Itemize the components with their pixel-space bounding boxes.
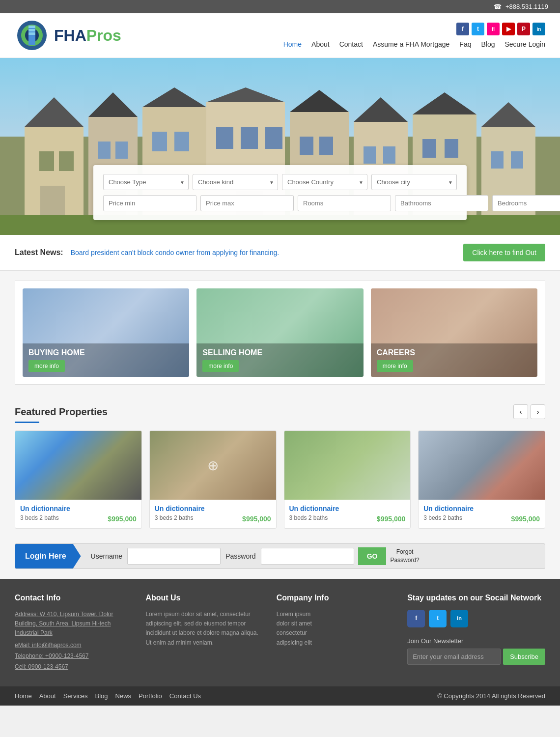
- password-input[interactable]: [261, 548, 354, 565]
- selling-more-info-button[interactable]: more info: [202, 360, 239, 372]
- bedrooms-input[interactable]: [492, 195, 560, 211]
- nav-about[interactable]: About: [311, 40, 330, 48]
- svg-rect-4: [28, 26, 35, 28]
- property-name: Un dictionnaire: [20, 505, 137, 512]
- property-price: $995,000: [511, 515, 540, 523]
- selling-title: SELLING HOME: [202, 348, 357, 357]
- nav-blog[interactable]: Blog: [481, 40, 495, 48]
- contact-title: Contact Info: [15, 594, 131, 602]
- subscribe-button[interactable]: Subscribe: [503, 649, 545, 665]
- property-card: Un dictionnaire 3 beds 2 baths $995,000: [284, 430, 411, 529]
- featured-section: Featured Properties ‹ › Un dictionnaire …: [0, 395, 560, 543]
- logo-text: FHAPros: [54, 27, 121, 45]
- footer-twitter-icon[interactable]: t: [429, 610, 447, 627]
- cards-container: BUYING HOME more info SELLING HOME more …: [15, 281, 545, 385]
- buying-more-info-button[interactable]: more info: [28, 360, 65, 372]
- featured-prev-button[interactable]: ‹: [513, 404, 528, 419]
- nav-secure-login[interactable]: Secure Login: [504, 40, 545, 48]
- footer-nav-contact[interactable]: Contact Us: [169, 692, 201, 700]
- latest-news-bar: Latest News: Board president can't block…: [0, 235, 560, 271]
- youtube-icon[interactable]: ▶: [502, 23, 515, 35]
- footer-nav-news[interactable]: News: [115, 692, 132, 700]
- linkedin-icon[interactable]: in: [532, 23, 545, 35]
- careers-more-info-button[interactable]: more info: [377, 360, 413, 372]
- copyright: © Copyrights 2014 All rights Reserved: [437, 692, 545, 700]
- properties-grid: Un dictionnaire 3 beds 2 baths $995,000 …: [15, 430, 545, 529]
- property-info: Un dictionnaire 3 beds 2 baths $995,000: [15, 500, 141, 528]
- property-info: Un dictionnaire 3 beds 2 baths $995,000: [419, 500, 545, 528]
- company-title: Company Info: [277, 594, 392, 602]
- svg-rect-21: [216, 127, 233, 149]
- footer-linkedin-icon[interactable]: in: [450, 610, 468, 627]
- header: FHAPros f t fl ▶ P in Home About Contact…: [0, 13, 560, 58]
- cards-section: BUYING HOME more info SELLING HOME more …: [0, 271, 560, 395]
- footer-nav-about[interactable]: About: [39, 692, 56, 700]
- country-select[interactable]: Choose Country: [282, 174, 367, 190]
- svg-marker-12: [88, 92, 138, 117]
- featured-header: Featured Properties ‹ ›: [15, 404, 545, 419]
- property-image: [419, 431, 545, 500]
- buying-title: BUYING HOME: [28, 348, 183, 357]
- kind-select-wrapper: Choose kind: [193, 174, 278, 190]
- username-input[interactable]: [127, 548, 221, 565]
- rooms-input[interactable]: [298, 195, 391, 211]
- property-row: 3 beds 2 baths $995,000: [20, 514, 137, 523]
- header-right: f t fl ▶ P in Home About Contact Assume …: [283, 23, 545, 48]
- svg-marker-37: [481, 102, 535, 127]
- newsletter-label: Join Our Newsletter: [407, 637, 545, 645]
- footer-facebook-icon[interactable]: f: [407, 610, 425, 627]
- city-select[interactable]: Choose city: [371, 174, 457, 190]
- footer-grid: Contact Info Address: W 410, Lipsum Towe…: [15, 594, 545, 672]
- nav-home[interactable]: Home: [283, 40, 302, 48]
- facebook-icon[interactable]: f: [456, 23, 469, 35]
- bathrooms-input[interactable]: [395, 195, 488, 211]
- svg-rect-9: [39, 151, 54, 171]
- nav-mortgage[interactable]: Assume a FHA Mortgage: [373, 40, 449, 48]
- price-min-input[interactable]: [103, 195, 196, 211]
- company-link-4[interactable]: adipsicing elit: [277, 638, 392, 648]
- flickr-icon[interactable]: fl: [487, 23, 500, 35]
- featured-next-button[interactable]: ›: [531, 404, 545, 419]
- svg-rect-26: [300, 137, 313, 155]
- svg-rect-14: [115, 142, 128, 159]
- footer-bottom: Home About Services Blog News Portfolio …: [0, 686, 560, 706]
- price-max-input[interactable]: [200, 195, 294, 211]
- twitter-icon[interactable]: t: [472, 23, 484, 35]
- property-name: Un dictionnaire: [155, 505, 271, 512]
- newsletter-input[interactable]: [407, 649, 501, 665]
- contact-email[interactable]: eMail: info@ifhapros.com: [15, 641, 131, 650]
- go-button[interactable]: GO: [358, 547, 387, 565]
- logo-pros: Pros: [86, 27, 121, 44]
- contact-cell[interactable]: Cell: 0900-123-4567: [15, 662, 131, 672]
- nav-contact[interactable]: Contact: [339, 40, 363, 48]
- property-price: $995,000: [108, 515, 136, 523]
- news-cta-button[interactable]: Click here to find Out: [463, 244, 545, 261]
- type-select[interactable]: Choose Type: [103, 174, 189, 190]
- pinterest-icon[interactable]: P: [517, 23, 530, 35]
- login-section: Login Here Username Password GO ForgotPa…: [0, 543, 560, 579]
- phone-number: +888.531.1119: [505, 3, 548, 10]
- footer-bottom-nav: Home About Services Blog News Portfolio …: [15, 692, 201, 700]
- company-link-2[interactable]: dolor sit amet: [277, 619, 392, 628]
- property-image: [15, 431, 141, 500]
- footer-nav-services[interactable]: Services: [63, 692, 88, 700]
- company-link-3[interactable]: consectetur: [277, 628, 392, 638]
- property-name: Un dictionnaire: [423, 505, 540, 512]
- nav-faq[interactable]: Faq: [459, 40, 471, 48]
- footer-company-col: Company Info Lorem ipsum dolor sit amet …: [277, 594, 392, 672]
- forgot-password-link[interactable]: ForgotPassword?: [390, 548, 426, 565]
- svg-rect-6: [28, 32, 35, 35]
- svg-marker-16: [142, 87, 206, 107]
- featured-nav-arrows: ‹ ›: [513, 404, 545, 419]
- contact-tel[interactable]: Telephone: +0900-123-4567: [15, 652, 131, 661]
- property-card: ⊕ Un dictionnaire 3 beds 2 baths $995,00…: [149, 430, 277, 529]
- logo-icon: [15, 18, 49, 53]
- footer-nav-blog[interactable]: Blog: [95, 692, 108, 700]
- company-link-1[interactable]: Lorem ipsum: [277, 610, 392, 619]
- property-price: $995,000: [242, 515, 271, 523]
- footer-nav-home[interactable]: Home: [15, 692, 32, 700]
- property-card: Un dictionnaire 3 beds 2 baths $995,000: [418, 430, 545, 529]
- buying-overlay: BUYING HOME more info: [23, 343, 189, 377]
- footer-nav-portfolio[interactable]: Portfolio: [139, 692, 162, 700]
- kind-select[interactable]: Choose kind: [193, 174, 278, 190]
